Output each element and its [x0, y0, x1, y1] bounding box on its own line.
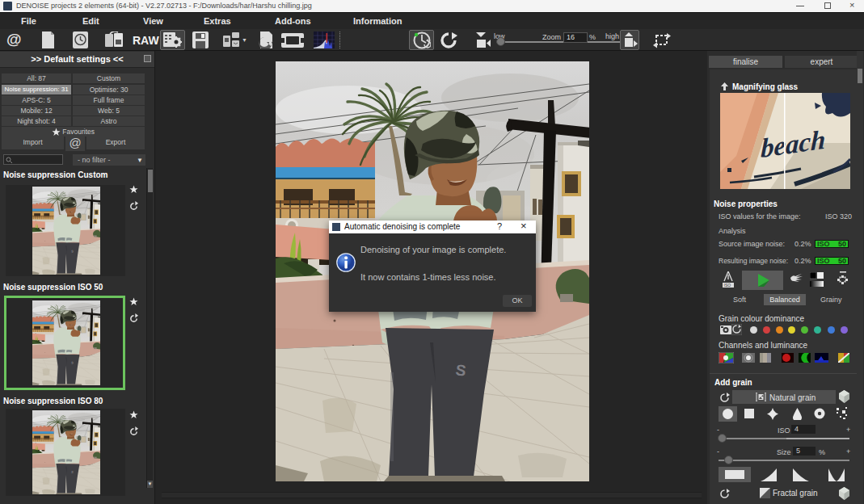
svg-text:ISO: ISO — [724, 283, 731, 288]
